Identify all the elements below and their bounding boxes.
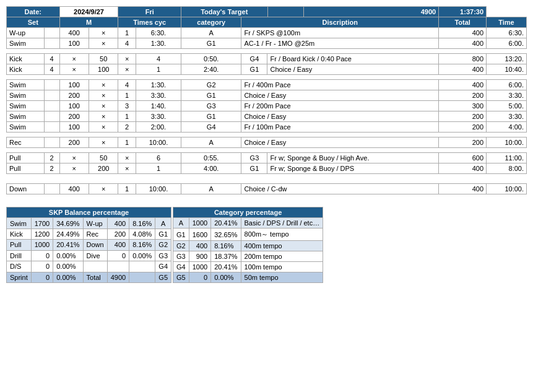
col-category: category [181, 17, 241, 28]
gap-row [7, 75, 527, 80]
table-row: W-up 400 × 1 6:30. A Fr / SKPS @100m 400… [7, 28, 527, 38]
skp-table: SKP Balance percentage Swim 1700 34.69% … [6, 207, 171, 283]
category-row-a: A 1000 20.41% Basic / DPS / Drill / etc… [173, 218, 323, 229]
category-row-g2: G2 400 8.16% 400m tempo [173, 241, 323, 251]
category-title: Category percentage [173, 207, 323, 218]
summary-section: SKP Balance percentage Swim 1700 34.69% … [6, 207, 527, 283]
header-spacer [267, 7, 304, 17]
col-set: Set [7, 17, 60, 28]
table-row: Pull 2 × 50 × 6 0:55. G3 Fr w; Sponge & … [7, 153, 527, 163]
col-header-row: Set M Times cyc category Discription Tot… [7, 17, 527, 28]
skp-row-drill: Drill 0 0.00% Dive 0 0.00% G3 [7, 250, 171, 261]
skp-row-pull: Pull 1000 20.41% Down 400 8.16% G2 [7, 240, 171, 250]
col-time: Time [487, 17, 527, 28]
table-row: Kick 4 × 50 × 4 0:50. G4 Fr / Board Kick… [7, 54, 527, 64]
gap-row [7, 148, 527, 153]
category-row-g3: G3 900 18.37% 200m tempo [173, 251, 323, 262]
table-row: Swim 100 × 2 2:00. G4 Fr / 100m Pace 200… [7, 122, 527, 133]
table-row: Pull 2 × 200 × 1 4:00. G1 Fr w; Sponge &… [7, 163, 527, 174]
col-times-cyc: Times cyc [118, 17, 181, 28]
gap-row [7, 49, 527, 54]
table-row: Kick 4 × 100 × 1 2:40. G1 Choice / Easy … [7, 64, 527, 75]
time-header-value: 1:37:30 [439, 7, 487, 17]
target-label: Today's Target [181, 7, 267, 17]
skp-row-sprint: Sprint 0 0.00% Total 4900 G5 [7, 272, 171, 282]
category-row-g1: G1 1600 32.65% 800m～ tempo [173, 229, 323, 241]
day-value: Fri [118, 7, 181, 17]
skp-row-kick: Kick 1200 24.49% Rec 200 4.08% G1 [7, 229, 171, 239]
total-header-value: 4900 [304, 7, 439, 17]
table-row: Swim 200 × 1 3:30. G1 Choice / Easy 200 … [7, 90, 527, 101]
col-total: Total [439, 17, 487, 28]
table-row: Swim 200 × 1 3:30. G1 Choice / Easy 200 … [7, 111, 527, 122]
col-m: M [59, 17, 118, 28]
col-description: Discription [241, 17, 439, 28]
table-row: Swim 100 × 3 1:40. G3 Fr / 200m Pace 300… [7, 101, 527, 111]
table-row: Swim 100 × 4 1:30. G1 AC-1 / Fr - 1MO @2… [7, 38, 527, 49]
category-row-g5: G5 0 0.00% 50m tempo [173, 272, 323, 283]
workout-table: Date: 2024/9/27 Fri Today's Target 4900 … [6, 6, 527, 194]
date-value: 2024/9/27 [59, 7, 118, 17]
gap-row [7, 133, 527, 137]
table-row: Rec 200 × 1 10:00. A Choice / Easy 200 1… [7, 137, 527, 148]
skp-row-swim: Swim 1700 34.69% W-up 400 8.16% A [7, 218, 171, 229]
gap-row [7, 179, 527, 184]
category-row-g4: G4 1000 20.41% 100m tempo [173, 262, 323, 272]
table-row: Swim 100 × 4 1:30. G2 Fr / 400m Pace 400… [7, 80, 527, 90]
gap-row [7, 174, 527, 179]
skp-header-row: SKP Balance percentage [7, 207, 171, 218]
category-table: Category percentage A 1000 20.41% Basic … [173, 207, 323, 283]
date-label: Date: [7, 7, 60, 17]
skp-title: SKP Balance percentage [7, 207, 171, 218]
header-row: Date: 2024/9/27 Fri Today's Target 4900 … [7, 7, 527, 17]
category-header-row: Category percentage [173, 207, 323, 218]
table-row: Down 400 × 1 10:00. A Choice / C-dw 400 … [7, 184, 527, 194]
skp-row-ds: D/S 0 0.00% G4 [7, 261, 171, 272]
row-label: W-up [7, 28, 45, 38]
